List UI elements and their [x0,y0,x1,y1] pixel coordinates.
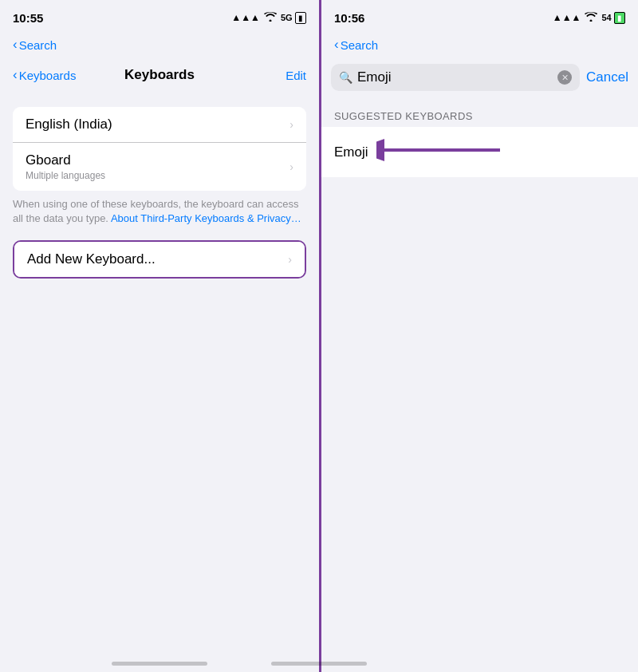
left-battery-icon: 5G ▮ [281,12,306,23]
right-time: 10:56 [334,11,364,25]
results-list: Emoji [321,127,638,177]
gboard-item[interactable]: Gboard Multiple languages › [13,143,306,191]
left-nav-header: ‹ Keyboards Keyboards Edit [0,57,319,93]
right-battery-icon: 54 ▮ [601,12,625,23]
search-bar[interactable]: 🔍 Emoji ✕ [331,64,580,91]
gboard-content: Gboard Multiple languages [26,152,105,181]
gboard-chevron-icon: › [289,160,293,173]
right-status-icons: ▲▲▲ 54 ▮ [553,12,625,24]
left-back-nav[interactable]: ‹ Search [0,35,319,57]
left-wifi-icon [264,12,277,24]
add-keyboard-chevron-icon: › [288,253,292,266]
left-back-chevron2-icon: ‹ [13,67,18,83]
left-keyboards-back[interactable]: ‹ Keyboards [13,67,76,83]
right-back-link[interactable]: ‹ Search [334,37,378,53]
left-page-title: Keyboards [124,67,195,83]
left-back-link[interactable]: ‹ Search [13,37,57,53]
search-input-value[interactable]: Emoji [357,69,553,85]
add-keyboard-label: Add New Keyboard... [27,251,156,267]
left-status-bar: 10:55 ▲▲▲ 5G ▮ [0,0,319,35]
emoji-result-label: Emoji [334,144,368,160]
annotation-arrow [376,138,504,166]
right-back-label: Search [341,38,379,52]
gboard-subtitle: Multiple languages [26,170,105,181]
privacy-note: When using one of these keyboards, the k… [13,197,306,226]
add-keyboard-section[interactable]: Add New Keyboard... › [13,240,306,279]
right-back-chevron-icon: ‹ [334,37,339,53]
left-back-label: Search [19,38,57,52]
left-keyboards-back-label: Keyboards [19,69,77,82]
english-india-content: English (India) [26,117,112,132]
add-keyboard-item[interactable]: Add New Keyboard... › [14,242,305,277]
search-magnifier-icon: 🔍 [339,71,352,84]
left-home-indicator [112,662,207,666]
right-back-nav[interactable]: ‹ Search [321,35,638,57]
left-edit-button[interactable]: Edit [286,69,306,82]
english-india-title: English (India) [26,117,112,132]
right-panel: 10:56 ▲▲▲ 54 ▮ ‹ Search 🔍 Emo [319,0,638,672]
emoji-result-item[interactable]: Emoji [321,127,638,177]
left-time: 10:55 [13,11,43,25]
keyboards-list: English (India) › Gboard Multiple langua… [13,107,306,191]
right-home-indicator [271,662,367,666]
english-india-item[interactable]: English (India) › [13,107,306,143]
left-status-icons: ▲▲▲ 5G ▮ [231,12,306,24]
privacy-link[interactable]: About Third-Party Keyboards & Privacy… [111,212,301,224]
left-panel: 10:55 ▲▲▲ 5G ▮ ‹ Search ‹ Keyb [0,0,319,672]
english-india-chevron-icon: › [289,118,293,131]
cancel-button[interactable]: Cancel [586,69,628,85]
search-clear-button[interactable]: ✕ [557,70,572,85]
right-status-bar: 10:56 ▲▲▲ 54 ▮ [321,0,638,35]
search-bar-row: 🔍 Emoji ✕ Cancel [321,57,638,97]
gboard-title: Gboard [26,152,105,168]
right-content: SUGGESTED KEYBOARDS Emoji [321,97,638,672]
right-signal-icon: ▲▲▲ [553,12,581,23]
right-wifi-icon [585,12,597,24]
left-signal-icon: ▲▲▲ [231,12,260,23]
suggested-keyboards-header: SUGGESTED KEYBOARDS [321,97,638,127]
emoji-arrow-container: Emoji [334,138,625,166]
left-back-chevron-icon: ‹ [13,37,18,53]
